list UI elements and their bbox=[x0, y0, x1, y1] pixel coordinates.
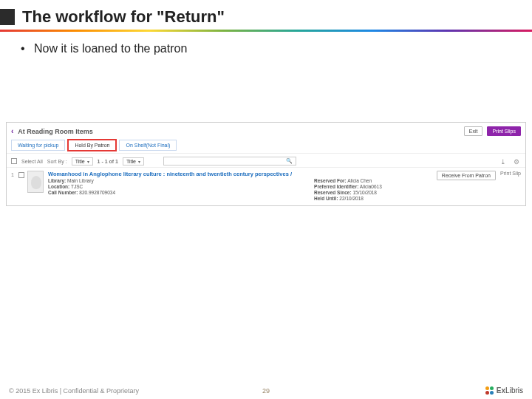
callno-value: 820.9928709034 bbox=[79, 190, 115, 195]
secondary-value: Title bbox=[126, 159, 136, 164]
select-all-label: Select All bbox=[21, 159, 43, 164]
select-all-checkbox[interactable] bbox=[11, 158, 17, 164]
search-icon: 🔍 bbox=[286, 158, 293, 164]
slide-footer: © 2015 Ex Libris | Confidential & Propri… bbox=[0, 386, 532, 395]
sort-by-select[interactable]: Title ▾ bbox=[72, 157, 93, 166]
slide-title: The workflow for "Return" bbox=[22, 7, 225, 27]
export-icon[interactable]: ⤓ bbox=[500, 158, 506, 166]
exit-button[interactable]: Exit bbox=[464, 126, 483, 136]
search-input[interactable]: 🔍 bbox=[163, 157, 296, 166]
sort-by-value: Title bbox=[75, 159, 85, 164]
item-thumbnail[interactable] bbox=[27, 171, 44, 193]
item-title-link[interactable]: Womanhood in Anglophone literary culture… bbox=[48, 171, 292, 177]
item-row: 1 Womanhood in Anglophone literary cultu… bbox=[7, 167, 525, 205]
exlibris-logo: ExLibris bbox=[485, 386, 523, 395]
callno-label: Call Number: bbox=[48, 190, 78, 195]
title-square bbox=[0, 9, 15, 25]
item-index: 1 bbox=[11, 171, 18, 201]
location-value: TJSC bbox=[71, 184, 83, 189]
logo-text: ExLibris bbox=[497, 386, 523, 395]
library-value: Main Library bbox=[67, 178, 94, 183]
reserved-since-value: 15/10/2018 bbox=[352, 190, 377, 195]
caret-down-icon: ▾ bbox=[138, 159, 140, 164]
tabs-row: Waiting for pickup Hold By Patron On She… bbox=[7, 140, 525, 151]
reserved-for-value: Alicia Chen bbox=[347, 178, 372, 183]
reserved-since-label: Reserved Since: bbox=[314, 190, 352, 195]
item-checkbox[interactable] bbox=[18, 172, 24, 178]
receive-from-patron-button[interactable]: Receive From Patron bbox=[437, 171, 496, 180]
bullet-text: Now it is loaned to the patron bbox=[34, 42, 187, 55]
print-slips-button[interactable]: Print Slips bbox=[487, 126, 521, 136]
page-number: 29 bbox=[262, 387, 270, 395]
slide-bullet: • Now it is loaned to the patron bbox=[0, 42, 532, 55]
bullet-dot: • bbox=[21, 42, 25, 55]
held-until-label: Held Until: bbox=[314, 196, 338, 201]
rainbow-divider bbox=[0, 30, 532, 32]
sort-by-label: Sort By : bbox=[47, 159, 67, 164]
result-range: 1 - 1 of 1 bbox=[98, 159, 118, 164]
library-label: Library: bbox=[48, 178, 66, 183]
held-until-value: 22/10/2018 bbox=[339, 196, 364, 201]
panel-title: At Reading Room Items bbox=[18, 128, 93, 135]
logo-dots-icon bbox=[485, 386, 494, 395]
panel-header: ‹ At Reading Room Items Exit Print Slips bbox=[7, 123, 525, 140]
reserved-for-label: Reserved For: bbox=[314, 178, 347, 183]
pref-id-value: Alicia0613 bbox=[360, 184, 382, 189]
tab-on-shelf[interactable]: On Shelf(Not Final) bbox=[119, 140, 177, 151]
caret-down-icon: ▾ bbox=[87, 159, 89, 164]
print-slip-link[interactable]: Print Slip bbox=[500, 171, 521, 176]
pref-id-label: Preferred Identifier: bbox=[314, 184, 358, 189]
location-label: Location: bbox=[48, 184, 69, 189]
controls-row: Select All Sort By : Title ▾ 1 - 1 of 1 … bbox=[7, 153, 525, 167]
gear-icon[interactable]: ⚙ bbox=[514, 158, 519, 166]
tab-waiting-for-pickup[interactable]: Waiting for pickup bbox=[11, 140, 65, 151]
back-chevron-icon[interactable]: ‹ bbox=[11, 127, 13, 135]
copyright-text: © 2015 Ex Libris | Confidential & Propri… bbox=[9, 387, 139, 395]
secondary-select[interactable]: Title ▾ bbox=[123, 157, 144, 166]
tab-hold-by-patron[interactable]: Hold By Patron bbox=[68, 140, 116, 151]
reading-room-panel: ‹ At Reading Room Items Exit Print Slips… bbox=[6, 122, 526, 206]
